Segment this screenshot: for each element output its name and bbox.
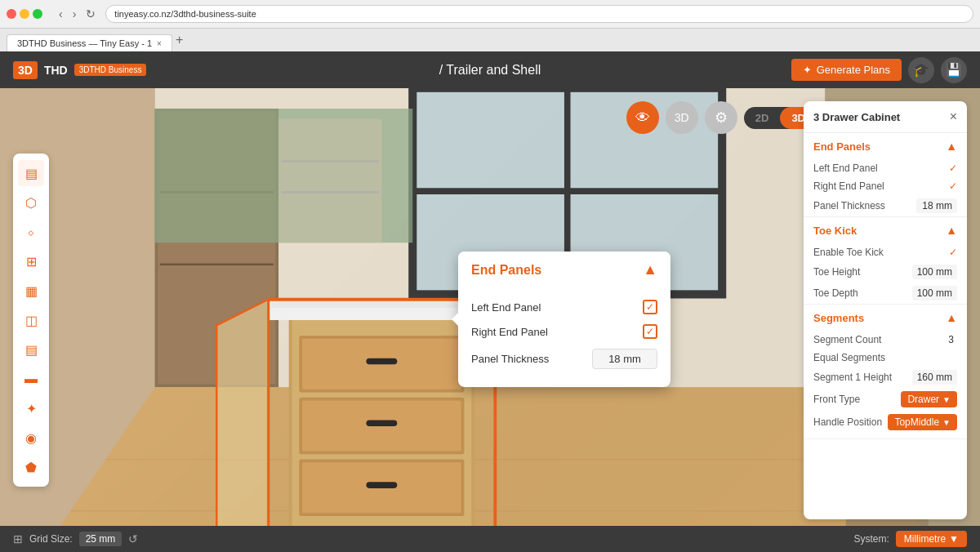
reload-btn[interactable]: ↻: [82, 6, 99, 22]
segments-section-title: Segments: [813, 312, 864, 324]
right-end-row: Right End Panel ✓: [471, 319, 657, 344]
nav-arrows: ‹ › ↻: [56, 6, 99, 22]
left-end-checkbox[interactable]: ✓: [643, 300, 657, 314]
right-end-panel-check[interactable]: ✓: [949, 180, 957, 192]
left-end-panel-row: Left End Panel ✓: [804, 159, 967, 177]
left-end-label: Left End Panel: [471, 301, 541, 314]
window-close-btn[interactable]: [7, 9, 16, 19]
system-label: System:: [853, 533, 889, 545]
right-end-label: Right End Panel: [471, 326, 548, 338]
save-btn[interactable]: 💾: [941, 57, 967, 83]
segment-height-row: Segment 1 Height 160 mm: [804, 367, 967, 388]
segment-count-label: Segment Count: [813, 334, 881, 345]
toe-kick-section-title: Toe Kick: [813, 225, 857, 237]
toe-kick-section: Toe Kick ▲ Enable Toe Kick ✓ Toe Height …: [804, 217, 967, 305]
generate-plans-btn[interactable]: ✦ Generate Plans: [791, 59, 902, 81]
toe-depth-row: Toe Depth 100 mm: [804, 283, 967, 304]
panel-close-btn[interactable]: ×: [950, 109, 957, 124]
right-end-panel-label: Right End Panel: [813, 180, 884, 192]
toe-depth-label: Toe Depth: [813, 287, 858, 299]
logo-3d: 3D: [13, 61, 38, 79]
url-text: tinyeasy.co.nz/3dthd-business-suite: [114, 9, 256, 19]
svg-rect-38: [282, 160, 379, 162]
help-btn[interactable]: 🎓: [908, 57, 934, 83]
enable-toe-kick-check[interactable]: ✓: [949, 247, 957, 258]
right-end-checkbox[interactable]: ✓: [643, 324, 657, 339]
panel-title-bar: 3 Drawer Cabinet ×: [804, 101, 967, 133]
popup-header: End Panels ▲: [458, 252, 670, 288]
3d-view-btn[interactable]: 3D: [666, 101, 698, 134]
forward-btn[interactable]: ›: [69, 6, 80, 22]
tab-bar: 3DTHD Business — Tiny Easy - 1 × +: [0, 29, 980, 51]
thickness-input[interactable]: [592, 349, 657, 369]
left-end-panel-check[interactable]: ✓: [949, 162, 957, 174]
browser-bar: ‹ › ↻ tinyeasy.co.nz/3dthd-business-suit…: [0, 0, 980, 29]
panel-thickness-label: Panel Thickness: [813, 200, 885, 211]
sidebar-light-icon[interactable]: ✦: [18, 395, 44, 421]
main-content: 👁 3D ⚙ 2D 3D ▤ ⬡ ⬦ ⊞ ▦ ◫ ▤ ▬ ✦ ◉ ⬟: [0, 88, 980, 552]
settings-view-btn[interactable]: ⚙: [705, 101, 737, 134]
end-panels-section-header[interactable]: End Panels ▲: [804, 133, 967, 159]
sidebar-stairs-icon[interactable]: ▤: [18, 336, 44, 363]
mode-2d-btn[interactable]: 2D: [744, 107, 781, 129]
front-type-dropdown[interactable]: Drawer ▼: [901, 391, 957, 407]
handle-position-dropdown[interactable]: TopMiddle ▼: [888, 414, 957, 430]
thickness-label: Panel Thickness: [471, 353, 549, 365]
business-badge: 3DTHD Business: [74, 64, 147, 76]
panel-thickness-value: 18 mm: [916, 198, 957, 213]
app-container: 3D THD 3DTHD Business / Trailer and Shel…: [0, 51, 980, 552]
sidebar-paint-icon[interactable]: ◉: [18, 425, 44, 451]
window-controls: [7, 9, 42, 19]
toe-height-row: Toe Height 100 mm: [804, 261, 967, 283]
grid-icon: ⊞: [13, 532, 23, 545]
front-type-arrow: ▼: [942, 395, 951, 404]
sidebar-layers-icon[interactable]: ▤: [18, 160, 44, 186]
camera-view-btn[interactable]: 👁: [626, 101, 659, 134]
reset-icon[interactable]: ↺: [128, 532, 138, 545]
window-min-btn[interactable]: [20, 9, 29, 19]
front-type-row: Front Type Drawer ▼: [804, 388, 967, 411]
left-end-panel-label: Left End Panel: [813, 162, 878, 174]
segment-count-row: Segment Count 3: [804, 331, 967, 349]
svg-rect-28: [366, 421, 397, 427]
handle-position-value: TopMiddle: [894, 416, 939, 428]
address-bar[interactable]: tinyeasy.co.nz/3dthd-business-suite: [105, 5, 973, 23]
popup-collapse-btn[interactable]: ▲: [643, 261, 657, 278]
toe-depth-value: 100 mm: [912, 286, 957, 300]
top-nav: 3D THD 3DTHD Business / Trailer and Shel…: [0, 51, 980, 88]
sidebar-bookmark-icon[interactable]: ⬟: [18, 454, 44, 480]
sidebar-furniture-icon[interactable]: ▬: [18, 366, 44, 392]
front-type-label: Front Type: [813, 394, 860, 405]
grid-size-area: ⊞ Grid Size: 25 mm ↺: [13, 532, 138, 546]
back-btn[interactable]: ‹: [56, 6, 66, 22]
sidebar-window-icon[interactable]: ⊞: [18, 248, 44, 274]
active-tab[interactable]: 3DTHD Business — Tiny Easy - 1 ×: [7, 34, 172, 51]
millimetre-dropdown[interactable]: Millimetre ▼: [896, 531, 967, 547]
right-panel: 3 Drawer Cabinet × End Panels ▲ Left End…: [804, 101, 967, 519]
end-panels-section: End Panels ▲ Left End Panel ✓ Right End …: [804, 133, 967, 217]
segment-height-label: Segment 1 Height: [813, 372, 892, 383]
equal-segments-label: Equal Segments: [813, 352, 885, 363]
window-max-btn[interactable]: [33, 9, 42, 19]
sidebar-door-icon[interactable]: ⬦: [18, 219, 44, 245]
sidebar-floor-icon[interactable]: ◫: [18, 307, 44, 333]
new-tab-btn[interactable]: +: [176, 33, 183, 47]
enable-toe-kick-row: Enable Toe Kick ✓: [804, 243, 967, 261]
segments-section-header[interactable]: Segments ▲: [804, 305, 967, 331]
front-type-value: Drawer: [907, 394, 939, 405]
thickness-row: Panel Thickness: [471, 344, 657, 374]
popup-body: Left End Panel ✓ Right End Panel ✓ Panel…: [458, 288, 670, 387]
bottom-bar: ⊞ Grid Size: 25 mm ↺ System: Millimetre …: [0, 526, 980, 552]
tab-close-btn[interactable]: ×: [157, 39, 162, 48]
grid-size-value: 25 mm: [79, 532, 122, 546]
generate-label: Generate Plans: [817, 64, 890, 76]
svg-rect-18: [160, 264, 274, 266]
panel-title: 3 Drawer Cabinet: [813, 111, 900, 123]
toe-kick-section-header[interactable]: Toe Kick ▲: [804, 217, 967, 243]
viewport[interactable]: 👁 3D ⚙ 2D 3D ▤ ⬡ ⬦ ⊞ ▦ ◫ ▤ ▬ ✦ ◉ ⬟: [0, 88, 980, 552]
sidebar-cube-icon[interactable]: ⬡: [18, 189, 44, 216]
end-panels-collapse-icon: ▲: [946, 140, 957, 153]
handle-position-arrow: ▼: [942, 418, 951, 427]
sidebar-panel-icon[interactable]: ▦: [18, 278, 44, 304]
tab-title: 3DTHD Business — Tiny Easy - 1: [17, 38, 152, 48]
